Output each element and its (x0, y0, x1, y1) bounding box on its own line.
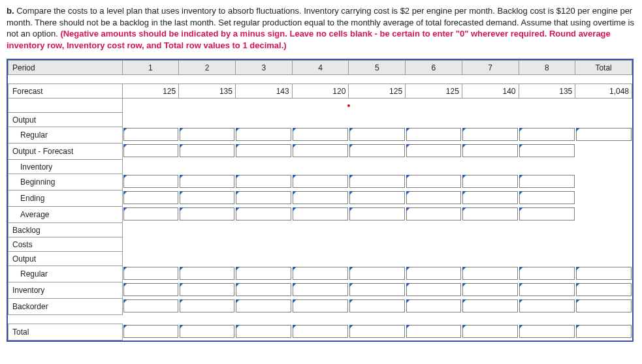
costs-inventory-input-4[interactable] (293, 283, 348, 296)
row-costs-regular: Regular (8, 266, 123, 282)
header-col-1: 1 (122, 61, 179, 75)
omf-input-8[interactable] (519, 144, 575, 157)
ending-input-1[interactable] (123, 191, 178, 204)
total-input-1[interactable] (123, 325, 178, 338)
average-input-6[interactable] (406, 207, 462, 220)
beginning-input-1[interactable] (123, 175, 178, 188)
average-input-1[interactable] (123, 207, 178, 220)
costs-regular-input-total[interactable] (576, 267, 632, 280)
question-text: b. Compare the costs to a level plan tha… (7, 5, 635, 51)
average-input-4[interactable] (293, 207, 348, 220)
backorder-input-7[interactable] (462, 299, 518, 312)
backorder-input-6[interactable] (406, 299, 462, 312)
average-input-5[interactable] (349, 207, 405, 220)
worksheet-table: Period 1 2 3 4 5 6 7 8 Total Forecast 12… (7, 59, 634, 342)
costs-regular-input-5[interactable] (349, 267, 405, 280)
costs-inventory-input-total[interactable] (576, 283, 632, 296)
costs-inventory-input-5[interactable] (349, 283, 405, 296)
total-input-4[interactable] (293, 325, 348, 338)
costs-inventory-input-6[interactable] (406, 283, 462, 296)
beginning-input-3[interactable] (236, 175, 291, 188)
header-col-2: 2 (179, 61, 236, 75)
ending-input-6[interactable] (406, 191, 462, 204)
beginning-input-7[interactable] (462, 175, 518, 188)
row-output-regular: Regular (8, 127, 123, 144)
beginning-input-6[interactable] (406, 175, 462, 188)
beginning-input-2[interactable] (180, 175, 235, 188)
error-indicator-icon: • (292, 99, 405, 113)
row-average: Average (8, 207, 123, 223)
ending-input-8[interactable] (519, 191, 575, 204)
costs-regular-input-2[interactable] (180, 267, 235, 280)
forecast-5: 125 (349, 84, 406, 99)
total-input-3[interactable] (236, 325, 291, 338)
output-regular-input-1[interactable] (123, 128, 178, 141)
row-beginning: Beginning (8, 174, 123, 190)
ending-input-3[interactable] (236, 191, 291, 204)
omf-input-7[interactable] (462, 144, 518, 157)
row-total: Total (8, 324, 123, 341)
header-col-4: 4 (292, 61, 349, 75)
header-col-6: 6 (406, 61, 462, 75)
costs-inventory-input-7[interactable] (462, 283, 518, 296)
costs-inventory-input-1[interactable] (123, 283, 178, 296)
omf-input-5[interactable] (349, 144, 405, 157)
backorder-input-5[interactable] (349, 299, 405, 312)
backorder-input-4[interactable] (293, 299, 348, 312)
ending-input-5[interactable] (349, 191, 405, 204)
total-input-7[interactable] (462, 325, 518, 338)
output-regular-input-3[interactable] (236, 128, 291, 141)
omf-input-4[interactable] (293, 144, 348, 157)
output-regular-input-total[interactable] (576, 128, 632, 141)
forecast-1: 125 (122, 84, 179, 99)
backorder-input-total[interactable] (576, 299, 632, 312)
backorder-input-8[interactable] (519, 299, 575, 312)
costs-inventory-input-2[interactable] (180, 283, 235, 296)
beginning-input-8[interactable] (519, 175, 575, 188)
total-input-8[interactable] (519, 325, 575, 338)
costs-inventory-input-3[interactable] (236, 283, 291, 296)
total-input-5[interactable] (349, 325, 405, 338)
beginning-input-5[interactable] (349, 175, 405, 188)
backorder-input-2[interactable] (180, 299, 235, 312)
total-input-total[interactable] (576, 325, 632, 338)
costs-regular-input-6[interactable] (406, 267, 462, 280)
ending-input-4[interactable] (293, 191, 348, 204)
row-costs-inventory: Inventory (8, 282, 123, 299)
row-costs-output: Output (8, 252, 123, 266)
header-total: Total (575, 61, 632, 75)
row-backlog: Backlog (8, 223, 123, 237)
beginning-input-4[interactable] (293, 175, 348, 188)
costs-regular-input-8[interactable] (519, 267, 575, 280)
average-input-7[interactable] (462, 207, 518, 220)
average-input-8[interactable] (519, 207, 575, 220)
header-col-8: 8 (519, 61, 575, 75)
backorder-input-3[interactable] (236, 299, 291, 312)
omf-input-2[interactable] (180, 144, 235, 157)
average-input-2[interactable] (180, 207, 235, 220)
ending-input-2[interactable] (180, 191, 235, 204)
backorder-input-1[interactable] (123, 299, 178, 312)
average-input-3[interactable] (236, 207, 291, 220)
costs-regular-input-3[interactable] (236, 267, 291, 280)
header-col-3: 3 (235, 61, 292, 75)
output-regular-input-6[interactable] (406, 128, 462, 141)
costs-regular-input-7[interactable] (462, 267, 518, 280)
output-regular-input-8[interactable] (519, 128, 575, 141)
total-input-6[interactable] (406, 325, 462, 338)
costs-inventory-input-8[interactable] (519, 283, 575, 296)
costs-regular-input-1[interactable] (123, 267, 178, 280)
omf-input-1[interactable] (123, 144, 178, 157)
costs-regular-input-4[interactable] (293, 267, 348, 280)
row-costs: Costs (8, 237, 123, 252)
ending-input-7[interactable] (462, 191, 518, 204)
header-col-5: 5 (349, 61, 406, 75)
output-regular-input-5[interactable] (349, 128, 405, 141)
omf-input-3[interactable] (236, 144, 291, 157)
total-input-2[interactable] (180, 325, 235, 338)
question-red-instruction: (Negative amounts should be indicated by… (7, 29, 611, 50)
output-regular-input-7[interactable] (462, 128, 518, 141)
output-regular-input-2[interactable] (180, 128, 235, 141)
output-regular-input-4[interactable] (293, 128, 348, 141)
omf-input-6[interactable] (406, 144, 462, 157)
